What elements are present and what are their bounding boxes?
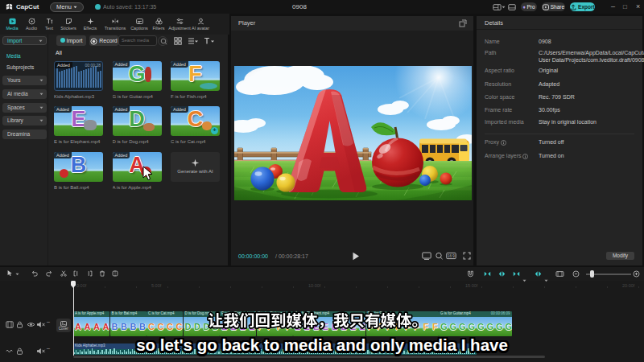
svg-text:16:9: 16:9: [448, 254, 455, 258]
